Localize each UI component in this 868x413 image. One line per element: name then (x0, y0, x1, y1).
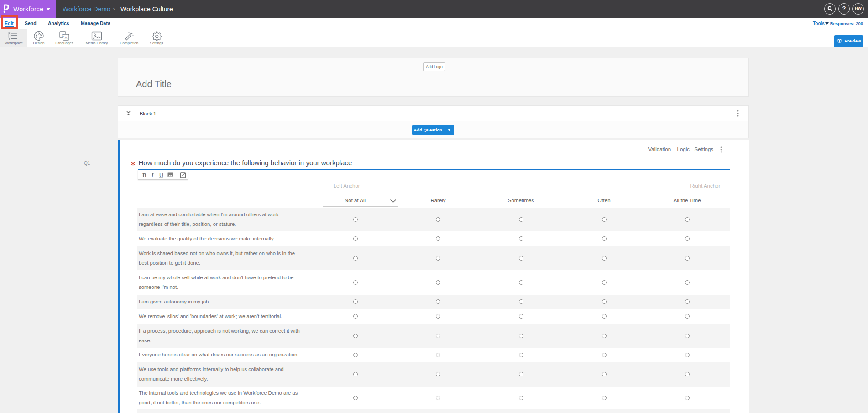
svg-text:B: B (142, 172, 146, 178)
svg-text:x̅: x̅ (61, 33, 64, 37)
svg-text:U: U (159, 172, 163, 178)
svg-text:I: I (151, 172, 154, 178)
svg-text:A: A (64, 36, 67, 40)
